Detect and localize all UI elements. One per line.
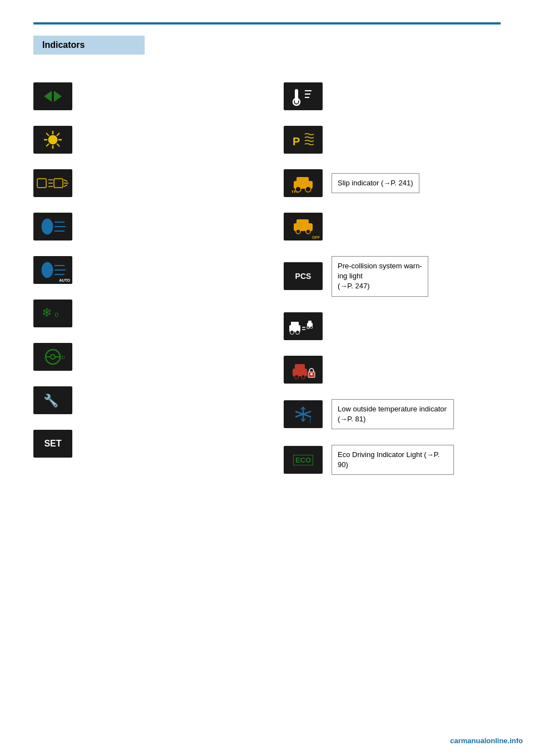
list-item: P: [284, 126, 501, 154]
page-container: Indicators: [0, 0, 534, 756]
slip-off-svg: [289, 217, 317, 237]
eps-icon: D: [33, 343, 72, 371]
slip-indicator-icon: [284, 169, 323, 197]
svg-point-28: [51, 355, 55, 359]
svg-point-0: [48, 135, 57, 144]
list-item: [33, 82, 250, 110]
svg-line-15: [64, 180, 67, 181]
daytime-running-icon: [33, 126, 72, 154]
svg-line-6: [57, 144, 60, 146]
beam-svg: [36, 172, 70, 194]
svg-point-41: [295, 186, 301, 192]
headlight-icon: [33, 213, 72, 240]
svg-text:₀: ₀: [55, 308, 58, 319]
list-item: ❄ ₀: [33, 300, 250, 327]
svg-point-60: [295, 375, 299, 379]
svg-point-63: [310, 373, 313, 375]
pcs-text: PCS: [295, 272, 312, 281]
svg-line-5: [46, 133, 49, 136]
svg-rect-59: [295, 364, 305, 370]
lock-svg: [289, 360, 317, 380]
svg-line-16: [64, 185, 67, 186]
turn-signal-icon: [33, 82, 72, 110]
eco-icon: ECO: [284, 446, 323, 474]
slip-svg: [289, 173, 317, 193]
list-item: ᵃᴵ: [284, 312, 501, 340]
list-item: Slip indicator (→P. 241): [284, 169, 501, 197]
park-svg: P: [289, 130, 317, 150]
wrench-svg: 🔧: [39, 390, 67, 410]
list-item: 🔧: [33, 386, 250, 414]
eps-svg: D: [39, 347, 67, 367]
beam-icon: [33, 169, 72, 197]
svg-text:D: D: [61, 355, 65, 360]
list-item: [284, 356, 501, 384]
pcs-icon: PCS: [284, 262, 323, 290]
svg-point-46: [306, 229, 310, 234]
snowflake-svg: !: [289, 404, 317, 424]
svg-point-21: [42, 262, 53, 278]
svg-text:❄: ❄: [42, 306, 52, 320]
list-item: SET: [33, 430, 250, 458]
section-header: Indicators: [33, 36, 145, 55]
set-text: SET: [44, 439, 61, 449]
low-temp-icon: !: [284, 400, 323, 428]
pcs-callout-text: Pre-collision system warn-ing light(→P. …: [338, 262, 422, 290]
maintenance-icon: 🔧: [33, 386, 72, 414]
arrow-left-icon: [44, 91, 52, 102]
low-temp-callout-text: Low outside temperature indicator (→P. 8…: [338, 405, 447, 423]
off-label: OFF: [312, 235, 320, 239]
left-column: AUTO ❄ ₀: [33, 82, 250, 475]
list-item: [284, 82, 501, 110]
arrows-icon: [44, 91, 62, 102]
svg-point-56: [307, 326, 309, 328]
sun-svg: [42, 130, 64, 150]
svg-rect-9: [37, 179, 46, 188]
seatbelt-icon: [284, 82, 323, 110]
right-column: P: [284, 82, 501, 475]
top-blue-bar: [33, 22, 501, 24]
seatbelt-svg: [289, 86, 317, 106]
watermark: carmanualonline.info: [450, 737, 523, 745]
eco-callout: Eco Driving Indicator Light (→P. 90): [332, 445, 454, 475]
list-item: ECO Eco Driving Indicator Light (→P. 90): [284, 445, 501, 475]
svg-rect-33: [295, 89, 298, 104]
indicators-grid: AUTO ❄ ₀: [33, 82, 501, 475]
list-item: [33, 169, 250, 197]
list-item: PCS Pre-collision system warn-ing light(…: [284, 256, 501, 297]
auto-label: AUTO: [59, 278, 70, 282]
svg-line-8: [46, 144, 49, 146]
list-item: ! Low outside temperature indicator (→P.…: [284, 399, 501, 429]
slip-callout: Slip indicator (→P. 241): [332, 173, 419, 193]
cruise-set-icon: SET: [33, 430, 72, 458]
door-lock-icon: [284, 356, 323, 384]
svg-point-17: [42, 219, 53, 234]
list-item: D: [33, 343, 250, 371]
eco-text: ECO: [293, 455, 313, 465]
slip-callout-text: Slip indicator (→P. 241): [338, 179, 413, 187]
svg-text:P: P: [293, 135, 300, 148]
svg-rect-40: [296, 177, 309, 183]
list-item: [33, 213, 250, 240]
svg-point-57: [310, 326, 313, 328]
svg-text:!: !: [309, 417, 311, 424]
svg-rect-44: [296, 219, 309, 225]
cruise-distance-icon: ᵃᴵ: [284, 312, 323, 340]
list-item: AUTO: [33, 256, 250, 284]
svg-rect-13: [54, 179, 63, 188]
low-temp-callout: Low outside temperature indicator (→P. 8…: [332, 399, 454, 429]
svg-point-45: [296, 229, 300, 234]
list-item: [33, 126, 250, 154]
park-assist-icon: P: [284, 126, 323, 154]
auto-headlight-svg: [39, 260, 67, 280]
fog-light-icon: ❄ ₀: [33, 300, 72, 327]
pcs-callout: Pre-collision system warn-ing light(→P. …: [332, 256, 428, 297]
svg-text:🔧: 🔧: [43, 393, 59, 408]
svg-point-42: [305, 186, 311, 192]
list-item: OFF: [284, 213, 501, 240]
svg-rect-48: [291, 322, 299, 327]
arrow-right-icon: [54, 91, 62, 102]
svg-line-7: [57, 133, 60, 136]
section-title: Indicators: [42, 40, 85, 50]
cruise-svg: ᵃᴵ: [288, 315, 319, 337]
